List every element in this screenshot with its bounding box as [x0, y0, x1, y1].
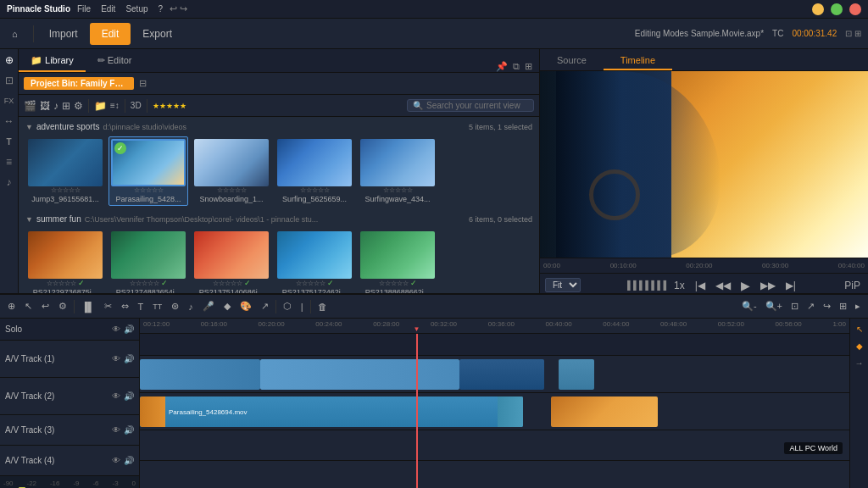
collapse-icon[interactable]: ▼ — [25, 123, 33, 131]
filter-settings-icon[interactable]: ⚙ — [74, 100, 83, 112]
menu-edit[interactable]: Edit — [101, 4, 115, 14]
sidebar-icon-fx[interactable]: FX — [2, 93, 17, 108]
sidebar-icon-home[interactable]: ⊕ — [2, 53, 17, 68]
step-forward-button[interactable]: ▶▶ — [758, 278, 778, 293]
menu-file[interactable]: File — [77, 4, 91, 14]
project-bin-label[interactable]: Project Bin: Family Fun... — [24, 77, 134, 90]
clip-av1-4[interactable] — [559, 359, 594, 390]
copy-icon[interactable]: ⧉ — [513, 61, 520, 72]
media-item-0[interactable]: ☆☆☆☆☆ Jump3_96155681... — [25, 136, 105, 206]
menu-setup[interactable]: Setup — [125, 4, 147, 14]
export-button[interactable]: Export — [131, 23, 184, 45]
sidebar-icon-transition[interactable]: ↔ — [2, 114, 17, 129]
bin-menu-icon[interactable]: ⊟ — [139, 78, 147, 89]
tl-scissors-icon[interactable]: ✂ — [102, 299, 114, 313]
tl-audio-icon[interactable]: ♪ — [186, 300, 196, 313]
track-eye-icon-av3[interactable]: 👁 — [112, 425, 120, 435]
media-item-3[interactable]: ☆☆☆☆☆ Surfing_5625659... — [275, 136, 354, 206]
media-item-4[interactable]: ☆☆☆☆☆ Surfingwave_434... — [358, 136, 437, 206]
track-audio-icon-av3[interactable]: 🔊 — [124, 425, 134, 435]
track-eye-icon-solo[interactable]: 👁 — [112, 324, 120, 334]
tab-editor[interactable]: ✏ Editor — [86, 51, 144, 72]
minimize-button[interactable] — [812, 3, 824, 15]
tl-text-icon[interactable]: T — [136, 300, 147, 313]
pip-button[interactable]: PiP — [842, 278, 863, 293]
clip-av1-1[interactable] — [140, 359, 260, 390]
tl-motion-icon[interactable]: ↗ — [259, 299, 271, 313]
tl-title-icon[interactable]: TT — [150, 301, 164, 313]
tl-playhead-icon[interactable]: ⬡ — [281, 299, 294, 313]
sidebar-icon-search[interactable]: ⊡ — [2, 73, 17, 88]
sidebar-icon-menu[interactable]: ≡ — [2, 154, 17, 169]
media-item-s2[interactable]: ☆☆☆☆☆ ✓ PS21375140686j... — [192, 229, 271, 299]
tl-settings-icon[interactable]: ⚙ — [56, 299, 70, 313]
maximize-button[interactable] — [831, 3, 843, 15]
sidebar-icon-audio[interactable]: ♪ — [2, 175, 17, 190]
filter-all-icon[interactable]: ⊞ — [62, 100, 70, 112]
media-item-s3[interactable]: ☆☆☆☆☆ ✓ PS21375172462j... — [275, 229, 354, 299]
next-frame-button[interactable]: ▶| — [783, 278, 798, 293]
clip-av2-second[interactable] — [551, 396, 658, 427]
filter-audio-icon[interactable]: ♪ — [53, 100, 58, 112]
media-item-1[interactable]: ✓ ☆☆☆☆☆ Parasailing_5428... — [108, 136, 188, 206]
tl-color-icon[interactable]: 🎨 — [237, 299, 254, 313]
track-audio-icon-av2[interactable]: 🔊 — [124, 391, 134, 401]
tl-voice-icon[interactable]: 🎤 — [200, 299, 217, 313]
mini-tool-diamond[interactable]: ◆ — [853, 339, 866, 352]
tl-marker-icon[interactable]: | — [298, 300, 306, 313]
tl-cursor2-icon[interactable]: ↗ — [804, 299, 817, 313]
fit-select[interactable]: Fit — [545, 278, 581, 292]
play-button[interactable]: ▶ — [738, 277, 753, 294]
prev-frame-button[interactable]: |◀ — [693, 278, 708, 293]
tl-undo-icon[interactable]: ↩ — [39, 299, 52, 313]
media-item-s0[interactable]: ☆☆☆☆☆ ✓ PS21229736875j... — [25, 229, 105, 299]
tl-merge-icon[interactable]: ⇔ — [119, 299, 131, 313]
mini-tool-cursor[interactable]: ↖ — [853, 322, 866, 336]
tab-source[interactable]: Source — [540, 52, 604, 70]
filter-folder-icon[interactable]: 📁 — [94, 100, 107, 112]
expand-icon[interactable]: ⊞ — [525, 61, 532, 72]
track-eye-icon-av1[interactable]: 👁 — [112, 354, 120, 363]
track-audio-icon-av4[interactable]: 🔊 — [124, 456, 134, 465]
step-back-button[interactable]: ◀◀ — [713, 278, 733, 293]
tl-redo-icon[interactable]: ↪ — [821, 299, 833, 313]
mini-tool-arrow[interactable]: → — [853, 356, 866, 369]
import-button[interactable]: Import — [37, 23, 90, 45]
tl-zoom-out-icon[interactable]: 🔍- — [739, 299, 760, 313]
search-input[interactable] — [426, 101, 528, 110]
media-item-s1[interactable]: ☆☆☆☆☆ ✓ PS21274883654j... — [108, 229, 188, 299]
tl-keyframe-icon[interactable]: ◆ — [221, 299, 233, 313]
track-audio-icon-av1[interactable]: 🔊 — [124, 354, 134, 363]
tl-delete-icon[interactable]: 🗑 — [315, 300, 330, 313]
tl-bar-icon[interactable]: ▐▌ — [79, 300, 97, 313]
media-item-2[interactable]: ☆☆☆☆☆ Snowboarding_1... — [192, 136, 271, 206]
tl-zoom-in-icon[interactable]: 🔍+ — [763, 299, 785, 313]
filter-video-icon[interactable]: 🎬 — [24, 100, 36, 112]
track-eye-icon-av4[interactable]: 👁 — [112, 456, 120, 465]
clip-av1-3[interactable] — [459, 359, 544, 390]
tl-more-icon[interactable]: ▸ — [853, 299, 863, 313]
tl-snap-icon[interactable]: ⊡ — [788, 299, 801, 313]
close-button[interactable] — [849, 3, 861, 15]
sort-button[interactable]: ≡↕ — [110, 101, 120, 110]
tl-cursor-icon[interactable]: ↖ — [22, 299, 35, 313]
search-box[interactable]: 🔍 — [407, 99, 534, 112]
track-audio-icon-solo[interactable]: 🔊 — [124, 324, 134, 334]
collapse-icon-2[interactable]: ▼ — [25, 215, 33, 224]
home-button[interactable]: ⌂ — [0, 24, 30, 44]
tab-timeline[interactable]: Timeline — [604, 52, 672, 70]
sidebar-icon-title[interactable]: T — [2, 134, 17, 149]
clip-av1-2[interactable] — [260, 359, 459, 390]
menu-help[interactable]: ? — [159, 4, 164, 14]
clip-av2-main[interactable]: Parasailing_5428694.mov — [140, 396, 523, 427]
menu-bar[interactable]: File Edit Setup ? — [77, 4, 163, 14]
edit-button[interactable]: Edit — [90, 23, 131, 45]
filter-stars[interactable]: ★★★★★ — [153, 102, 186, 110]
media-item-s4[interactable]: ☆☆☆☆☆ ✓ PS21388688662j... — [358, 229, 437, 299]
tl-add-icon[interactable]: ⊕ — [5, 299, 18, 313]
tl-expand-icon[interactable]: ⊞ — [837, 299, 849, 313]
tab-library[interactable]: 📁 Library — [19, 51, 86, 72]
track-eye-icon-av2[interactable]: 👁 — [112, 391, 120, 401]
filter-photo-icon[interactable]: 🖼 — [40, 100, 50, 112]
help-icon[interactable]: ↩ ↪ — [170, 3, 187, 14]
